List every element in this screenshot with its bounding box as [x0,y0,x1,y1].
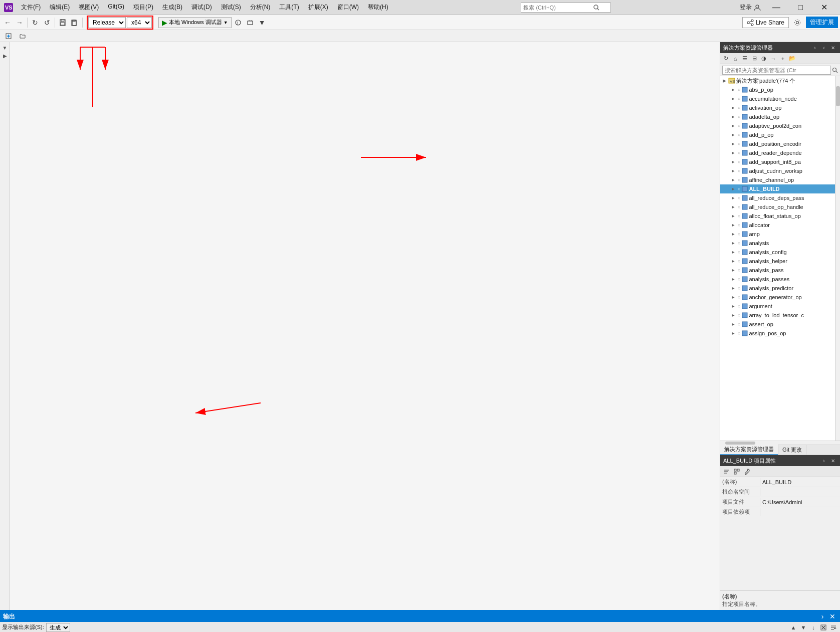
tree-item-9[interactable]: ► ○ adjust_cudnn_worksp [720,166,835,175]
expand-7[interactable]: ► [730,150,736,156]
tree-item-22[interactable]: ► ○ analysis_predictor [720,284,835,293]
expand-13[interactable]: ► [730,204,736,210]
output-wrap-btn[interactable] [829,623,838,632]
menu-build[interactable]: 生成(B) [158,2,186,13]
props-category-btn[interactable] [732,467,741,476]
debug-extra-btn1[interactable]: ! [233,17,244,28]
tree-item-0[interactable]: ► ○ abs_p_op [720,85,835,94]
solution-search-input[interactable] [722,66,831,75]
output-clear-btn[interactable] [819,623,828,632]
tree-item-27[interactable]: ► ○ assign_pos_op [720,329,835,338]
prop-row-file[interactable]: 项目文件 C:\Users\Admini [720,497,840,507]
expand-19[interactable]: ► [730,258,736,264]
output-scroll-down-btn[interactable]: ▼ [799,623,808,632]
platform-select[interactable]: x64 [127,17,152,28]
left-gutter-btn1[interactable]: ▼ [2,44,9,51]
forward-button[interactable]: → [14,17,25,28]
menu-extensions[interactable]: 扩展(X) [304,2,332,13]
tree-item-26[interactable]: ► ○ assert_op [720,320,835,329]
props-close-btn[interactable]: ✕ [829,457,837,465]
tree-item-16[interactable]: ► ○ amp [720,230,835,239]
save-button[interactable] [57,17,68,28]
expand-6[interactable]: ► [730,141,736,147]
output-close-btn[interactable]: ✕ [828,612,837,621]
panel-pin-button[interactable]: › [811,44,819,52]
tree-item-23[interactable]: ► ○ anchor_generator_op [720,293,835,302]
tree-item-13[interactable]: ► ○ all_reduce_op_handle [720,202,835,212]
tree-item-2[interactable]: ► ○ activation_op [720,103,835,112]
tab-solution-explorer[interactable]: 解决方案资源管理器 [720,445,778,455]
minimize-button[interactable]: — [765,0,788,15]
tree-item-24[interactable]: ► ○ argument [720,302,835,311]
live-share-button[interactable]: Live Share [742,17,789,28]
menu-tools[interactable]: 工具(T) [275,2,303,13]
tree-item-18[interactable]: ► ○ analysis_config [720,248,835,257]
redo-button[interactable]: ↺ [42,17,53,28]
expand-27[interactable]: ► [730,330,736,336]
back-button[interactable]: ← [2,17,13,28]
expand-5[interactable]: ► [730,132,736,138]
debug-extra-btn2[interactable] [245,17,256,28]
open-btn[interactable] [16,31,29,41]
manage-extensions-button[interactable]: 管理扩展 [806,17,838,28]
tree-item-19[interactable]: ► ○ analysis_helper [720,257,835,266]
expand-18[interactable]: ► [730,249,736,255]
tree-item-10[interactable]: ► ○ affine_channel_op [720,175,835,184]
expand-12[interactable]: ► [730,195,736,201]
new-project-btn[interactable] [2,31,15,41]
panel-close-button[interactable]: ✕ [829,44,837,52]
panel-arrow-button[interactable]: ‹ [820,44,828,52]
tree-root[interactable]: ▶ VS 解决方案'paddle'(774 个 [720,76,835,85]
live-share-settings-button[interactable] [792,17,803,28]
menu-help[interactable]: 帮助(H) [364,2,392,13]
tree-vscroll[interactable] [835,76,840,441]
tree-item-5[interactable]: ► ○ add_p_op [720,130,835,139]
menu-git[interactable]: Git(G) [104,2,128,13]
tree-item-14[interactable]: ► ○ alloc_float_status_op [720,212,835,221]
close-button[interactable]: ✕ [813,0,836,15]
menu-edit[interactable]: 编辑(E) [46,2,74,13]
tree-item-6[interactable]: ► ○ add_position_encodir [720,139,835,148]
prop-row-deps[interactable]: 项目依赖项 [720,507,840,517]
expand-0[interactable]: ► [730,87,736,93]
collapse-all-button[interactable]: ⊟ [750,54,759,63]
tree-item-all-build[interactable]: ► ○ ALL_BUILD [720,184,835,193]
filter-button[interactable]: ◑ [759,54,768,63]
undo-button[interactable]: ↻ [30,17,41,28]
tab-git-changes[interactable]: Git 更改 [778,445,806,455]
tree-item-8[interactable]: ► ○ add_support_int8_pa [720,157,835,166]
tree-item-7[interactable]: ► ○ add_reader_depende [720,148,835,157]
expand-14[interactable]: ► [730,213,736,219]
props-pin-btn[interactable]: › [820,457,828,465]
sync-button[interactable]: ↻ [721,54,730,63]
menu-analysis[interactable]: 分析(N) [246,2,275,13]
output-end-btn[interactable]: ↓ [809,623,818,632]
tree-item-3[interactable]: ► ○ adadelta_op [720,112,835,121]
menu-project[interactable]: 项目(P) [129,2,157,13]
build-config-select[interactable]: Release [88,17,126,28]
menu-debug[interactable]: 调试(D) [187,2,216,13]
show-all-button[interactable]: ☰ [740,54,749,63]
expand-16[interactable]: ► [730,231,736,237]
global-search-box[interactable] [521,3,611,13]
home-button[interactable]: ⌂ [731,54,740,63]
tree-item-25[interactable]: ► ○ array_to_lod_tensor_c [720,311,835,320]
menu-file[interactable]: 文件(F) [17,2,45,13]
expand-20[interactable]: ► [730,267,736,273]
output-scroll-up-btn[interactable]: ▲ [789,623,798,632]
expand-9[interactable]: ► [730,168,736,174]
tree-hscroll-thumb[interactable] [725,442,755,445]
login-area[interactable]: 登录 [740,3,761,12]
prop-row-name[interactable]: (名称) ALL_BUILD [720,477,840,487]
new-folder-button[interactable]: + [778,54,787,63]
show-in-files-button[interactable]: 📂 [788,54,797,63]
expand-3[interactable]: ► [730,114,736,120]
tree-item-15[interactable]: ► ○ allocator [720,221,835,230]
menu-window[interactable]: 窗口(W) [333,2,363,13]
global-search-input[interactable] [523,5,593,11]
expand-10[interactable]: ► [730,177,736,183]
save-all-button[interactable] [69,17,80,28]
expand-22[interactable]: ► [730,285,736,291]
left-gutter-btn2[interactable]: ▶ [2,52,9,59]
maximize-button[interactable]: □ [789,0,812,15]
